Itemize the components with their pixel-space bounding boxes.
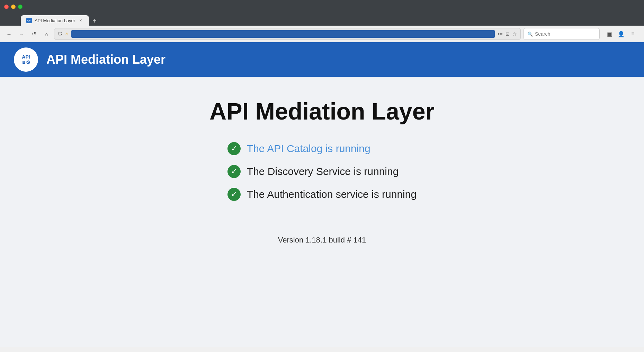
logo-inner: API 🖥 ⚙	[22, 54, 30, 65]
tab-close-button[interactable]: ×	[78, 18, 83, 23]
maximize-button[interactable]	[18, 5, 23, 9]
auth-text: The Authentication service is running	[247, 188, 417, 200]
home-button[interactable]: ⌂	[42, 29, 51, 39]
back-icon: ←	[7, 31, 12, 37]
address-bar-actions: ••• ⊡ ☆	[498, 31, 517, 37]
logo-icon-row: 🖥 ⚙	[22, 60, 30, 65]
nav-bar: ← → ↺ ⌂ 🛡 ⚠ ••• ⊡ ☆ 🔍 ▣	[0, 26, 644, 42]
status-item-auth: ✓ The Authentication service is running	[227, 188, 417, 201]
tab-title: API Mediation Layer	[35, 18, 75, 23]
page-content: API Mediation Layer ✓ The API Catalog is…	[0, 77, 644, 347]
page-header: API 🖥 ⚙ API Mediation Layer	[0, 42, 644, 77]
check-icon-catalog: ✓	[227, 142, 241, 155]
new-tab-button[interactable]: +	[90, 16, 99, 26]
forward-button[interactable]: →	[17, 29, 26, 39]
bookmark-icon[interactable]: ☆	[512, 31, 517, 37]
back-button[interactable]: ←	[4, 29, 14, 39]
close-button[interactable]	[4, 5, 9, 9]
discovery-text: The Discovery Service is running	[247, 166, 399, 177]
reload-button[interactable]: ↺	[29, 29, 39, 39]
shield-icon: 🛡	[58, 32, 62, 37]
sidebar-icon: ▣	[607, 31, 612, 37]
home-icon: ⌂	[45, 31, 48, 37]
os-titlebar	[0, 0, 644, 13]
logo-screen-icon: 🖥	[22, 61, 25, 64]
address-bar[interactable]: 🛡 ⚠ ••• ⊡ ☆	[54, 28, 521, 40]
search-icon: 🔍	[527, 32, 533, 37]
version-text: Version 1.18.1 build # 141	[278, 236, 366, 245]
catalog-link[interactable]: The API Catalog is running	[247, 143, 370, 155]
minimize-button[interactable]	[11, 5, 16, 9]
browser-toolbar-extras: ▣ 👤 ≡	[602, 29, 640, 39]
active-tab[interactable]: API API Mediation Layer ×	[21, 15, 89, 26]
logo: API 🖥 ⚙	[14, 47, 38, 72]
url-input[interactable]	[71, 30, 495, 38]
profile-button[interactable]: 👤	[616, 29, 626, 39]
traffic-lights	[4, 5, 23, 9]
sidebar-toggle-button[interactable]: ▣	[605, 29, 614, 39]
pocket-icon[interactable]: ⊡	[506, 31, 510, 37]
browser-chrome: API API Mediation Layer × + ← → ↺ ⌂ 🛡 ⚠ …	[0, 13, 644, 42]
tab-favicon: API	[26, 18, 32, 23]
check-icon-auth: ✓	[227, 188, 241, 201]
status-item-catalog: ✓ The API Catalog is running	[227, 142, 417, 155]
check-icon-discovery: ✓	[227, 165, 241, 178]
header-title: API Mediation Layer	[46, 52, 166, 67]
status-list: ✓ The API Catalog is running ✓ The Disco…	[227, 142, 417, 201]
reload-icon: ↺	[32, 31, 36, 37]
profile-icon: 👤	[618, 31, 625, 37]
logo-api-text: API	[22, 54, 30, 60]
warning-icon: ⚠	[65, 32, 69, 36]
hamburger-icon: ≡	[631, 31, 634, 37]
menu-button[interactable]: ≡	[628, 29, 638, 39]
tab-bar: API API Mediation Layer × +	[0, 13, 644, 26]
search-bar[interactable]: 🔍	[524, 28, 600, 40]
search-input[interactable]	[535, 31, 590, 37]
more-icon[interactable]: •••	[498, 31, 503, 37]
page-main-title: API Mediation Layer	[209, 98, 435, 125]
forward-icon: →	[19, 31, 24, 37]
status-item-discovery: ✓ The Discovery Service is running	[227, 165, 417, 178]
logo-gear-icon: ⚙	[26, 60, 30, 65]
